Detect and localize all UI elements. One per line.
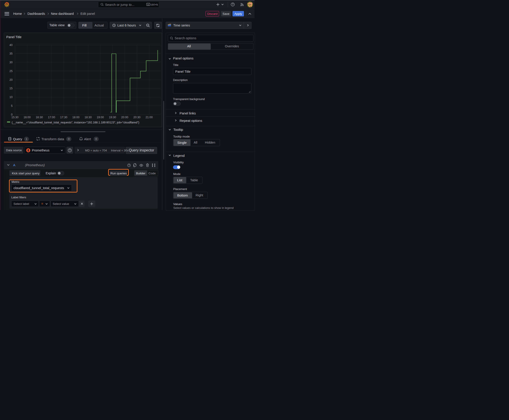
- svg-text:16:30: 16:30: [36, 116, 43, 119]
- svg-text:20:00: 20:00: [121, 116, 128, 119]
- svg-text:{__name__="cloudflared_tunnel_: {__name__="cloudflared_tunnel_total_requ…: [12, 121, 139, 124]
- svg-text:16:00: 16:00: [23, 116, 31, 119]
- svg-text:35: 35: [9, 52, 13, 55]
- svg-text:15: 15: [9, 87, 13, 90]
- svg-text:19:30: 19:30: [109, 116, 116, 119]
- svg-text:5: 5: [11, 104, 13, 107]
- svg-text:30: 30: [9, 61, 13, 64]
- svg-text:40: 40: [9, 44, 13, 47]
- svg-text:21:00: 21:00: [146, 116, 153, 119]
- svg-text:18:30: 18:30: [85, 116, 92, 119]
- svg-text:17:00: 17:00: [48, 116, 55, 119]
- svg-text:10: 10: [9, 96, 13, 99]
- svg-text:20: 20: [9, 78, 13, 82]
- svg-text:19:00: 19:00: [97, 116, 104, 119]
- svg-text:20:30: 20:30: [133, 116, 140, 119]
- svg-text:25: 25: [9, 69, 13, 73]
- svg-text:17:30: 17:30: [60, 116, 67, 119]
- svg-text:15:30: 15:30: [11, 116, 19, 119]
- svg-text:18:00: 18:00: [72, 116, 79, 119]
